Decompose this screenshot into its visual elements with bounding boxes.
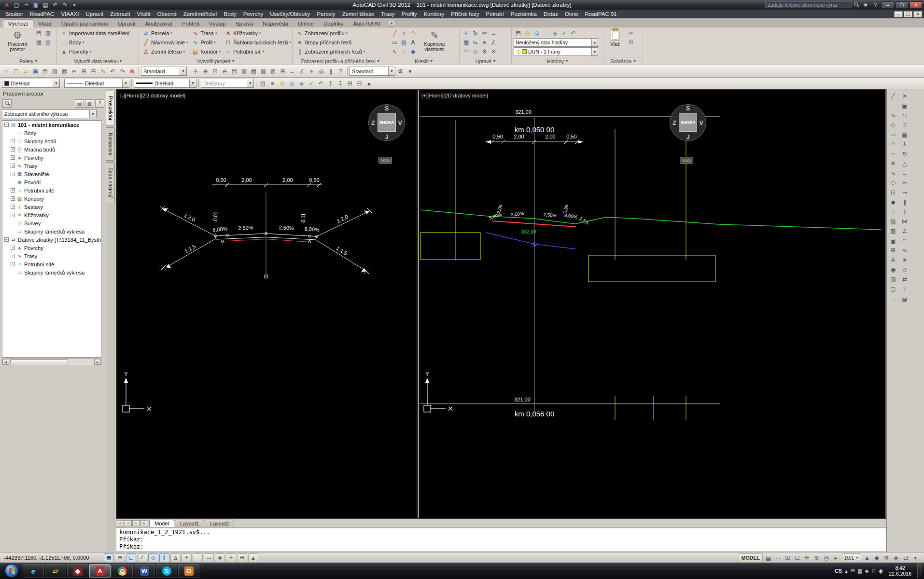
menu-povrchy[interactable]: Povrchy	[240, 10, 267, 18]
ribbon-item-zobrazeni-profilu[interactable]: ∿Zobrazení profilu▾	[294, 28, 366, 38]
doc-restore-button[interactable]: ▢	[904, 11, 912, 17]
erase-icon[interactable]: ✕	[489, 47, 498, 56]
menu-okno[interactable]: Okno	[561, 10, 582, 18]
ellipse-icon[interactable]: ⬭	[888, 178, 898, 188]
ribbon-minimize-button[interactable]: ▾	[388, 20, 395, 27]
object-snap-icon[interactable]: ⌖	[307, 67, 316, 76]
align-icon[interactable]: ⇄	[899, 275, 910, 284]
chamfer-icon[interactable]: ∠	[899, 226, 910, 236]
wipeout-icon[interactable]: ▥	[888, 275, 898, 284]
rectangle-icon[interactable]: ▭	[888, 130, 898, 139]
designcenter-icon[interactable]: ▥	[239, 67, 249, 76]
lengthen-icon[interactable]: ↕	[899, 284, 910, 294]
menu-pricne-rezy[interactable]: Příčné řezy	[448, 10, 482, 18]
layer-dropdown[interactable]: ⊙ DUN - 1 hrany▼	[514, 47, 598, 56]
redo-icon[interactable]: ↷	[60, 1, 70, 9]
mtext-icon[interactable]: A	[888, 255, 898, 265]
tree-item-staveniste[interactable]: +▦Staveniště	[2, 170, 101, 178]
annotation-visibility-icon[interactable]: ▲	[862, 553, 872, 562]
annotation-icon[interactable]: ▲	[364, 79, 374, 88]
zoom-icon[interactable]: ⊕	[812, 553, 822, 562]
ribbon-item-trasa[interactable]: ∿Trasa▾	[190, 28, 222, 38]
mirror-icon[interactable]: ⇋	[471, 38, 480, 47]
ribbon-item-zobrazeni-pricnych-rezu[interactable]: ∥Zobrazení příčných řezů▾	[294, 47, 366, 56]
gradient-icon[interactable]: ▧	[888, 226, 898, 236]
linetype-dropdown[interactable]: DleHlad▼	[64, 79, 129, 88]
menu-obecne[interactable]: Obecné	[154, 10, 180, 18]
layer-lock-icon[interactable]: ◈	[550, 28, 560, 38]
menu-soubor[interactable]: Soubor	[2, 10, 27, 18]
panel-title-palettes[interactable]: Palety▾	[0, 57, 56, 65]
tree-item-skupiny-ramecku-vykresu[interactable]: ▭Skupiny rámečků výkresu	[2, 227, 101, 235]
expand-icon[interactable]: +	[11, 254, 15, 258]
layout-tab-model[interactable]: Model	[149, 520, 174, 527]
layer-freeze-icon[interactable]: ◎	[287, 79, 296, 88]
layer-previous-icon[interactable]: ↶	[316, 79, 325, 88]
ribbon-item-koridor[interactable]: ▤Koridor▾	[190, 47, 222, 56]
parallel-icon[interactable]: ∥	[326, 67, 336, 76]
offset-icon[interactable]: ≡	[480, 38, 489, 47]
options-dropdown-icon[interactable]: ▾	[406, 67, 415, 76]
expand-icon[interactable]: +	[11, 188, 15, 193]
taskbar-skype[interactable]: S	[156, 564, 177, 578]
extend-icon[interactable]: ↦	[899, 188, 910, 197]
match-properties-button[interactable]: ✎ Kopírovat vlastnosti	[419, 28, 450, 56]
panel-title-clipboard[interactable]: Schránka▾	[603, 57, 643, 65]
boundary-icon[interactable]: ▢	[888, 284, 898, 294]
workspace-button[interactable]: ⚙ Pracovní prostor	[2, 28, 33, 56]
polyline-icon[interactable]: ∿	[888, 110, 898, 120]
stretch-icon[interactable]: ↔	[899, 168, 910, 178]
polar-toggle[interactable]: ∠	[137, 553, 147, 562]
ribbon-item-body[interactable]: ∴Body▾	[59, 38, 131, 47]
line-icon[interactable]: ╱	[390, 28, 399, 38]
scale-icon[interactable]: ◇	[471, 47, 480, 56]
status-menu-icon[interactable]: ▾	[910, 553, 920, 562]
join-icon[interactable]: ⋈	[899, 217, 910, 226]
compass-north-label[interactable]: S	[686, 105, 690, 112]
make-block-icon[interactable]: ◆	[888, 197, 898, 207]
layout-icon[interactable]: ▱	[773, 553, 783, 562]
steering-wheel-icon[interactable]: ◎	[822, 553, 831, 562]
properties-palette-icon[interactable]: ▥	[43, 28, 53, 38]
stretch-icon[interactable]: ↔	[489, 28, 498, 38]
quick-view-drawings-icon[interactable]: ⊟	[793, 553, 802, 562]
taskbar-clock[interactable]: 8:42 22.6.2016	[886, 565, 914, 577]
gss-badge[interactable]: GSS	[378, 157, 392, 164]
circle-icon[interactable]: ○	[399, 28, 408, 38]
spline-icon[interactable]: ∿	[888, 168, 898, 178]
match-properties-icon[interactable]: ✎	[98, 67, 108, 76]
properties-icon[interactable]: ▤	[899, 294, 910, 303]
undo-icon[interactable]: ↶	[108, 67, 117, 76]
ribbon-tab-sprava[interactable]: Správa	[231, 20, 258, 28]
survey-toolspace-icon[interactable]: ▧	[43, 38, 53, 47]
taskbar-internet-explorer[interactable]: e	[23, 564, 44, 578]
qnew-icon[interactable]: ▢	[12, 67, 21, 76]
tray-security-icon[interactable]: ◈	[865, 568, 868, 574]
mirror-icon[interactable]: ⇋	[899, 110, 910, 120]
hatch-icon[interactable]: ▨	[888, 217, 898, 226]
doc-minimize-button[interactable]: –	[894, 11, 903, 17]
point-icon[interactable]: ∴	[399, 47, 408, 56]
viewport-left[interactable]: [-][Horní][2D drátový model] 0,50 2,00 2…	[117, 90, 417, 518]
maximize-button[interactable]: ▢	[896, 1, 908, 9]
annotation-toggle[interactable]: ▲	[248, 553, 258, 562]
fillet-icon[interactable]: ◠	[462, 47, 471, 56]
viewport-right-active[interactable]: [+][Horní][2D drátový model] 321,00 321,…	[418, 90, 885, 518]
ribbon-tab-pohled[interactable]: Pohled	[177, 20, 204, 28]
sc-toggle[interactable]: ✛	[226, 553, 236, 562]
menu-usecky-oblouky[interactable]: Usečky/Oblouky	[266, 10, 313, 18]
ribbon-item-stopy-pricnych-rezu[interactable]: ≡Stopy příčných řezů	[294, 38, 366, 47]
ribbon-tab-vlozit[interactable]: Vložit	[33, 20, 56, 28]
dim-style-dropdown[interactable]: Standard▼	[350, 67, 395, 76]
ortho-toggle[interactable]: ∟	[126, 553, 136, 562]
ribbon-tab-napoveda[interactable]: Nápověda	[258, 20, 293, 28]
expand-icon[interactable]: +	[11, 155, 15, 160]
block-icon[interactable]: ◆	[408, 47, 418, 56]
make-current-icon[interactable]: ✓	[560, 28, 569, 38]
ribbon-item-profil[interactable]: ∿Profil▾	[190, 38, 222, 47]
search-icon[interactable]	[854, 2, 859, 8]
toolpalettes-icon[interactable]: ▦	[249, 67, 258, 76]
pan-icon[interactable]: ✛	[191, 67, 200, 76]
start-button[interactable]	[5, 564, 18, 578]
osnap-toggle[interactable]: ◇	[148, 553, 158, 562]
